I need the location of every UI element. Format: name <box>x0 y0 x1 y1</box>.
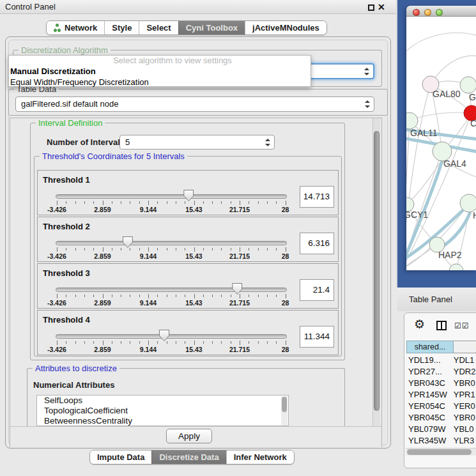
table-row[interactable]: YDL19...YDL1 <box>406 355 476 366</box>
column-header-name[interactable]: na <box>454 341 476 353</box>
network-node-label: GAL11 <box>410 128 438 138</box>
control-panel-title: Control Panel <box>5 2 56 12</box>
attributes-list-scrollbar[interactable] <box>281 396 288 426</box>
numerical-attributes-list[interactable]: SelfLoopsTopologicalCoefficientBetweenne… <box>36 395 289 426</box>
zoom-traffic-light-icon[interactable] <box>436 9 443 16</box>
split-panel-icon[interactable] <box>436 321 447 330</box>
network-window: GAL80GACGAL11GAL4GCY1HHAP2 <box>406 6 476 270</box>
close-traffic-light-icon[interactable] <box>413 9 420 16</box>
bottom-tab-discretize-data[interactable]: Discretize Data <box>151 450 226 464</box>
tab-select[interactable]: Select <box>139 21 178 35</box>
network-canvas[interactable]: GAL80GACGAL11GAL4GCY1HHAP2 <box>406 17 476 270</box>
numerical-attribute-item[interactable]: BetweennessCentrality <box>37 416 288 426</box>
network-node-GA[interactable] <box>460 77 476 93</box>
threshold-box-3: Threshold 3-3.4262.8599.14415.4321.71528… <box>37 263 339 309</box>
table-row[interactable]: YLR345WYLR3 <box>406 435 476 447</box>
threshold-box-2: Threshold 2-3.4262.8599.14415.4321.71528… <box>37 217 339 262</box>
table-header-row: shared... na <box>406 341 476 353</box>
vertical-scrollbar[interactable] <box>372 118 380 447</box>
vertical-scrollbar-thumb[interactable] <box>374 131 380 411</box>
cell-name[interactable]: YPR1 <box>452 389 476 401</box>
network-node-label: HAP2 <box>438 250 462 260</box>
numerical-attribute-item[interactable]: TopologicalCoefficient <box>37 406 288 416</box>
algorithm-option-manual[interactable]: Manual Discretization <box>9 66 311 77</box>
network-node-label: GCY1 <box>406 210 428 220</box>
bottom-tab-bar: Impute DataDiscretize DataInfer Network <box>89 450 295 464</box>
cell-shared-name[interactable]: YER054C <box>406 401 452 412</box>
cell-name[interactable]: YBR0 <box>452 378 476 389</box>
algorithm-option-equal-width[interactable]: Equal Width/Frequency Discretization <box>9 77 311 88</box>
thresholds-group-title: Threshold's Coordinates for 5 Intervals <box>40 151 187 161</box>
tab-cyni-toolbox[interactable]: Cyni Toolbox <box>178 21 245 35</box>
select-columns-icon[interactable]: ☑☑ <box>454 321 470 330</box>
threshold-value-field[interactable]: 6.316 <box>300 233 334 254</box>
cell-shared-name[interactable]: YBR043C <box>406 378 452 389</box>
network-node-label: H <box>473 210 476 220</box>
cell-name[interactable]: YBR0 <box>452 412 476 424</box>
tab-label: jActiveMNodules <box>252 21 319 35</box>
cell-shared-name[interactable]: YDL19... <box>406 355 452 366</box>
network-node-H[interactable] <box>460 194 476 212</box>
network-edge <box>406 33 476 55</box>
combo-stepper-icon <box>265 139 270 146</box>
gear-icon[interactable]: ⚙ <box>414 318 425 331</box>
slider-ticks: -3.4262.8599.14415.4321.71528 <box>38 217 338 261</box>
cell-shared-name[interactable]: YLR345W <box>406 435 452 447</box>
cell-name[interactable]: YER0 <box>452 401 476 412</box>
network-node-label: GAL80 <box>433 89 461 99</box>
algorithm-dropdown-popup: Select algorithm to view settings Manual… <box>8 55 311 87</box>
tab-network[interactable]: Network <box>47 21 104 35</box>
tab-style[interactable]: Style <box>104 21 139 35</box>
table-row[interactable]: YBL079WYBL0 <box>406 424 476 435</box>
threshold-box-1: Threshold 1-3.4262.8599.14415.4321.71528… <box>37 170 339 215</box>
numerical-attribute-item[interactable]: SelfLoops <box>37 395 288 406</box>
close-icon[interactable]: ✕ <box>378 1 385 13</box>
network-node-unlabeled[interactable] <box>449 264 463 270</box>
network-graph: GAL80GACGAL11GAL4GCY1HHAP2 <box>406 17 476 270</box>
table-data-combobox[interactable]: galFiltered.sif default node <box>15 96 374 112</box>
float-window-icon[interactable] <box>368 4 374 11</box>
column-header-shared-name[interactable]: shared... <box>406 341 454 353</box>
attributes-scrollbar-thumb[interactable] <box>282 397 287 412</box>
cell-name[interactable]: YDR2 <box>452 366 476 378</box>
cell-name[interactable]: YLR3 <box>452 435 476 447</box>
table-row[interactable]: YDR27...YDR2 <box>406 366 476 378</box>
threshold-value-field[interactable]: 21.4 <box>300 279 334 301</box>
numerical-attributes-label: Numerical Attributes <box>33 380 114 390</box>
apply-button[interactable]: Apply <box>166 429 212 443</box>
network-node-label: C <box>470 118 476 128</box>
table-rows: YDL19...YDL1YDR27...YDR2YBR043CYBR0YPR14… <box>406 355 476 450</box>
horizontal-scrollbar-thumb[interactable] <box>407 449 472 455</box>
cell-shared-name[interactable]: YBR045C <box>406 412 452 424</box>
table-row[interactable]: YBR043CYBR0 <box>406 378 476 389</box>
threshold-value-field[interactable]: 11.344 <box>300 326 334 348</box>
table-panel-titlebar: Table Panel <box>397 288 476 311</box>
number-of-intervals-value: 5 <box>125 137 130 147</box>
tab-jactivemnodules[interactable]: jActiveMNodules <box>245 21 326 35</box>
thresholds-container: Threshold 1-3.4262.8599.14415.4321.71528… <box>37 170 339 357</box>
table-row[interactable]: YPR145WYPR1 <box>406 389 476 401</box>
threshold-value-field[interactable]: 14.713 <box>300 186 334 208</box>
table-row[interactable]: YER054CYER0 <box>406 401 476 412</box>
tab-label: Infer Network <box>234 450 287 464</box>
cell-name[interactable]: YBL0 <box>452 424 476 435</box>
bottom-tab-infer-network[interactable]: Infer Network <box>226 450 294 464</box>
table-row[interactable]: YBR045CYBR0 <box>406 412 476 424</box>
combo-stepper-icon <box>365 100 369 108</box>
cell-shared-name[interactable]: YBL079W <box>406 424 452 435</box>
combo-stepper-icon <box>364 68 369 75</box>
cell-name[interactable]: YDL1 <box>452 355 476 366</box>
number-of-intervals-combobox[interactable]: 5 <box>119 135 275 150</box>
table-panel-title: Table Panel <box>409 295 452 304</box>
network-window-titlebar[interactable] <box>406 6 476 17</box>
screen: Control Panel ✕ NetworkStyleSelectCyni T… <box>0 0 476 476</box>
horizontal-scrollbar[interactable] <box>406 448 476 456</box>
cell-shared-name[interactable]: YPR145W <box>406 389 452 401</box>
minimize-traffic-light-icon[interactable] <box>424 9 431 16</box>
tab-label: Select <box>146 21 171 35</box>
tab-label: Cyni Toolbox <box>186 21 238 35</box>
network-node-label: GAL4 <box>443 158 466 169</box>
tab-label: Impute Data <box>97 450 144 464</box>
bottom-tab-impute-data[interactable]: Impute Data <box>90 450 151 464</box>
cell-shared-name[interactable]: YDR27... <box>406 366 452 378</box>
